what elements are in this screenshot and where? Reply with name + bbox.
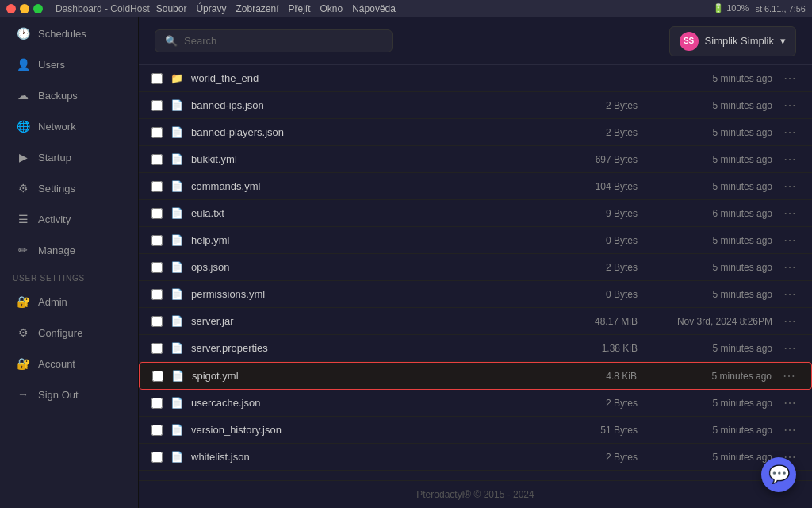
- file-checkbox-13[interactable]: [151, 425, 163, 436]
- file-name[interactable]: world_the_end: [191, 72, 550, 84]
- file-size: 0 Bytes: [558, 235, 638, 246]
- file-more-button[interactable]: ⋯: [780, 287, 799, 302]
- table-row: 📄 usercache.json 2 Bytes 5 minutes ago ⋯: [139, 390, 812, 417]
- file-type-icon: 📄: [170, 99, 183, 112]
- file-type-icon: 📄: [170, 315, 183, 328]
- file-name[interactable]: usercache.json: [191, 397, 550, 409]
- file-name[interactable]: whitelist.json: [191, 451, 550, 463]
- file-more-button[interactable]: ⋯: [780, 395, 799, 410]
- file-more-button[interactable]: ⋯: [780, 206, 799, 221]
- file-checkbox-1[interactable]: [151, 100, 163, 111]
- minimize-button[interactable]: [20, 4, 29, 13]
- file-size: 2 Bytes: [558, 262, 638, 273]
- file-checkbox-11[interactable]: [152, 371, 163, 382]
- file-name[interactable]: banned-ips.json: [191, 99, 550, 111]
- file-name[interactable]: permissions.yml: [191, 288, 550, 300]
- file-checkbox-5[interactable]: [151, 208, 163, 219]
- file-checkbox-6[interactable]: [151, 235, 163, 246]
- file-checkbox-10[interactable]: [151, 343, 163, 354]
- close-button[interactable]: [6, 4, 16, 13]
- sidebar-user-item-admin[interactable]: 🔐 Admin: [3, 287, 135, 317]
- file-checkbox-9[interactable]: [151, 316, 163, 327]
- file-more-button[interactable]: ⋯: [780, 422, 799, 437]
- file-checkbox-3[interactable]: [151, 154, 163, 165]
- sidebar-label-users: Users: [38, 59, 65, 71]
- titlebar: Dashboard - ColdHost Soubor Úpravy Zobra…: [0, 0, 812, 17]
- sidebar-user-item-signout[interactable]: → Sign Out: [3, 379, 135, 410]
- sidebar-user-item-configure[interactable]: ⚙ Configure: [3, 318, 135, 348]
- user-menu[interactable]: SS Simplik Simplik ▾: [669, 26, 796, 56]
- menu-prejit[interactable]: Přejít: [288, 3, 310, 14]
- maximize-button[interactable]: [33, 4, 43, 13]
- menu-bar: Soubor Úpravy Zobrazení Přejít Okno Nápo…: [156, 3, 396, 14]
- menu-okno[interactable]: Okno: [320, 3, 343, 14]
- file-checkbox-4[interactable]: [151, 181, 163, 192]
- file-name[interactable]: ops.json: [191, 261, 550, 273]
- file-name[interactable]: version_history.json: [191, 424, 550, 436]
- file-date: 5 minutes ago: [645, 398, 772, 409]
- menu-napoveda[interactable]: Nápověda: [352, 3, 396, 14]
- sidebar-item-backups[interactable]: ☁ Backups: [3, 80, 135, 110]
- file-more-button[interactable]: ⋯: [780, 98, 799, 113]
- file-checkbox-2[interactable]: [151, 127, 163, 138]
- file-size: 104 Bytes: [558, 181, 638, 192]
- file-checkbox-0[interactable]: [151, 73, 163, 84]
- file-checkbox-14[interactable]: [151, 452, 163, 463]
- table-row: 📄 spigot.yml 4.8 KiB 5 minutes ago ⋯: [139, 362, 812, 390]
- users-icon: 👤: [16, 57, 30, 71]
- discord-icon: 💬: [768, 464, 790, 485]
- file-more-button[interactable]: ⋯: [780, 233, 799, 248]
- file-size: 2 Bytes: [558, 398, 638, 409]
- file-more-button[interactable]: ⋯: [780, 341, 799, 356]
- file-date: 5 minutes ago: [645, 181, 772, 192]
- table-row: 📄 version_history.json 51 Bytes 5 minute…: [139, 417, 812, 444]
- admin-icon: 🔐: [16, 294, 30, 309]
- discord-button[interactable]: 💬: [761, 457, 796, 492]
- user-settings-label: USER SETTINGS: [0, 266, 138, 286]
- file-name[interactable]: spigot.yml: [192, 370, 550, 382]
- file-name[interactable]: banned-players.json: [191, 126, 550, 138]
- menu-upravy[interactable]: Úpravy: [196, 3, 226, 14]
- app-layout: 🕐 Schedules 👤 Users ☁ Backups 🌐 Network …: [0, 17, 812, 508]
- file-more-button[interactable]: ⋯: [779, 368, 799, 383]
- file-name[interactable]: server.jar: [191, 315, 550, 327]
- file-name[interactable]: server.properties: [191, 342, 550, 354]
- sidebar-item-manage[interactable]: ✏ Manage: [3, 235, 135, 265]
- file-more-button[interactable]: ⋯: [780, 260, 799, 275]
- sidebar-item-users[interactable]: 👤 Users: [3, 49, 135, 79]
- file-more-button[interactable]: ⋯: [780, 152, 799, 167]
- menu-soubor[interactable]: Soubor: [156, 3, 187, 14]
- file-checkbox-8[interactable]: [151, 289, 163, 300]
- file-more-button[interactable]: ⋯: [780, 179, 799, 194]
- sidebar-label-backups: Backups: [38, 90, 78, 102]
- file-checkbox-12[interactable]: [151, 398, 163, 409]
- activity-icon: ☰: [16, 212, 30, 226]
- sidebar-item-schedules[interactable]: 🕐 Schedules: [3, 18, 135, 48]
- table-row: 📄 permissions.yml 0 Bytes 5 minutes ago …: [139, 281, 812, 308]
- sidebar-label-manage: Manage: [38, 244, 75, 256]
- file-checkbox-7[interactable]: [151, 262, 163, 273]
- sidebar-item-activity[interactable]: ☰ Activity: [3, 204, 135, 234]
- file-name[interactable]: help.yml: [191, 234, 550, 246]
- file-more-button[interactable]: ⋯: [780, 314, 799, 329]
- file-name[interactable]: eula.txt: [191, 207, 550, 219]
- file-date: 5 minutes ago: [645, 425, 772, 436]
- window-controls[interactable]: [6, 4, 43, 13]
- chevron-down-icon: ▾: [780, 35, 786, 47]
- search-bar[interactable]: 🔍: [155, 29, 393, 52]
- sidebar-user-item-account[interactable]: 🔐 Account: [3, 348, 135, 379]
- file-name[interactable]: commands.yml: [191, 180, 550, 192]
- search-input[interactable]: [184, 35, 382, 47]
- sidebar-item-startup[interactable]: ▶ Startup: [3, 142, 135, 172]
- menu-zobrazeni[interactable]: Zobrazení: [236, 3, 278, 14]
- header: 🔍 SS Simplik Simplik ▾: [139, 17, 812, 65]
- file-type-icon: 📄: [170, 451, 183, 464]
- file-more-button[interactable]: ⋯: [780, 71, 799, 86]
- file-size: 2 Bytes: [558, 127, 638, 138]
- file-more-button[interactable]: ⋯: [780, 125, 799, 140]
- table-row: 📄 eula.txt 9 Bytes 6 minutes ago ⋯: [139, 200, 812, 227]
- sidebar-item-network[interactable]: 🌐 Network: [3, 111, 135, 141]
- sidebar-item-settings[interactable]: ⚙ Settings: [3, 173, 135, 203]
- sidebar-label-signout: Sign Out: [38, 389, 79, 401]
- file-name[interactable]: bukkit.yml: [191, 153, 550, 165]
